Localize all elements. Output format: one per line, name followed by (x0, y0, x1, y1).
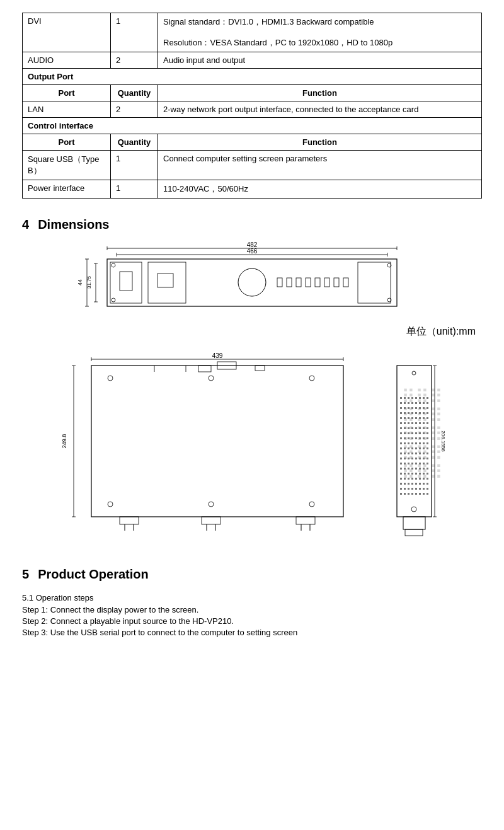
svg-rect-208 (415, 483, 417, 485)
svg-rect-87 (411, 407, 413, 409)
svg-rect-127 (411, 432, 413, 434)
svg-rect-72 (415, 397, 417, 399)
svg-rect-170 (423, 458, 425, 459)
svg-rect-210 (423, 483, 425, 485)
table-row-lan: LAN 2 2-way network port output interfac… (23, 101, 482, 118)
dim-44: 44 (77, 279, 83, 285)
svg-rect-6 (107, 259, 397, 306)
col-port: Port (23, 85, 111, 101)
svg-rect-148 (400, 447, 402, 449)
svg-rect-97 (419, 412, 421, 414)
svg-point-27 (112, 263, 115, 267)
svg-rect-84 (400, 407, 402, 409)
svg-rect-25 (343, 278, 348, 287)
svg-rect-153 (419, 447, 421, 449)
svg-rect-106 (423, 417, 425, 419)
svg-rect-117 (404, 427, 406, 429)
svg-rect-217 (419, 488, 421, 490)
svg-rect-90 (423, 407, 425, 409)
svg-rect-223 (411, 493, 413, 495)
svg-rect-34 (91, 366, 343, 517)
svg-rect-199 (411, 478, 413, 480)
table-row-audio: AUDIO 2 Audio input and output (23, 52, 482, 69)
svg-rect-93 (404, 412, 406, 414)
section5-title: 5 Product Operation (22, 567, 482, 582)
control-col-header: Port Quantity Function (23, 134, 482, 151)
svg-rect-221 (404, 493, 406, 495)
svg-rect-224 (415, 493, 417, 495)
svg-rect-154 (423, 447, 425, 449)
port-cell: Power interface (23, 180, 111, 199)
svg-rect-103 (411, 417, 413, 419)
svg-rect-193 (419, 473, 421, 475)
svg-rect-23 (324, 278, 329, 287)
step-2: Step 2: Connect a playable input source … (22, 616, 482, 626)
port-cell: Square USB（Type B） (23, 151, 111, 180)
svg-rect-214 (408, 488, 410, 490)
svg-rect-152 (415, 447, 417, 449)
svg-rect-138 (423, 437, 425, 439)
svg-rect-213 (404, 488, 406, 490)
svg-rect-83 (427, 402, 428, 404)
svg-rect-113 (419, 422, 421, 424)
svg-rect-198 (408, 478, 410, 480)
vent-grid: ⠿⠿⠿ ⠿⠿⠿ ⠿⠿⠿ ⠿⠿⠿ ⠿⠿⠿ (401, 386, 443, 483)
svg-rect-21 (306, 278, 311, 287)
svg-rect-176 (415, 463, 417, 464)
svg-rect-211 (427, 483, 428, 485)
col-port: Port (23, 134, 111, 151)
qty-cell: 1 (111, 13, 158, 52)
svg-point-43 (108, 376, 113, 381)
section-header-label: Control interface (23, 118, 482, 134)
svg-rect-157 (404, 452, 406, 454)
svg-point-45 (309, 376, 314, 381)
svg-rect-218 (423, 488, 425, 490)
svg-rect-101 (404, 417, 406, 419)
svg-rect-182 (408, 468, 410, 470)
svg-rect-143 (411, 442, 413, 444)
svg-rect-192 (415, 473, 417, 475)
col-func: Function (158, 85, 482, 101)
svg-rect-110 (408, 422, 410, 424)
svg-rect-24 (334, 278, 339, 287)
svg-rect-200 (415, 478, 417, 480)
svg-rect-49 (120, 517, 139, 524)
svg-rect-88 (415, 407, 417, 409)
section4-number: 4 (22, 217, 29, 232)
svg-rect-227 (427, 493, 428, 495)
qty-cell: 2 (111, 101, 158, 118)
svg-rect-112 (415, 422, 417, 424)
top-view-diagram: 439 249.8 (60, 354, 375, 537)
section5-heading: Product Operation (38, 567, 149, 582)
svg-rect-69 (404, 397, 406, 399)
svg-rect-100 (400, 417, 402, 419)
port-cell: LAN (23, 101, 111, 118)
svg-rect-68 (400, 397, 402, 399)
svg-rect-212 (400, 488, 402, 490)
svg-rect-146 (423, 442, 425, 444)
svg-rect-156 (400, 452, 402, 454)
svg-rect-219 (427, 488, 428, 490)
svg-rect-73 (419, 397, 421, 399)
qty-cell: 1 (111, 151, 158, 180)
svg-rect-196 (400, 478, 402, 480)
svg-rect-194 (423, 473, 425, 475)
svg-rect-183 (411, 468, 413, 470)
svg-rect-226 (423, 493, 425, 495)
svg-rect-144 (415, 442, 417, 444)
svg-rect-202 (423, 478, 425, 480)
table-row-usb: Square USB（Type B） 1 Connect computer se… (23, 151, 482, 180)
unit-label: 单位（unit):mm (406, 325, 476, 338)
svg-rect-40 (198, 366, 211, 372)
svg-rect-203 (427, 478, 428, 480)
output-port-section-header: Output Port (23, 69, 482, 85)
table-row-dvi: DVI 1 Signal standard：DVI1.0，HDMI1.3 Bac… (23, 13, 482, 52)
svg-rect-96 (415, 412, 417, 414)
svg-point-47 (209, 502, 214, 507)
svg-rect-104 (415, 417, 417, 419)
svg-rect-172 (400, 463, 402, 464)
svg-point-46 (108, 502, 113, 507)
svg-rect-204 (400, 483, 402, 485)
svg-rect-164 (400, 458, 402, 459)
function-cell: 2-way network port output interface, con… (158, 101, 482, 118)
